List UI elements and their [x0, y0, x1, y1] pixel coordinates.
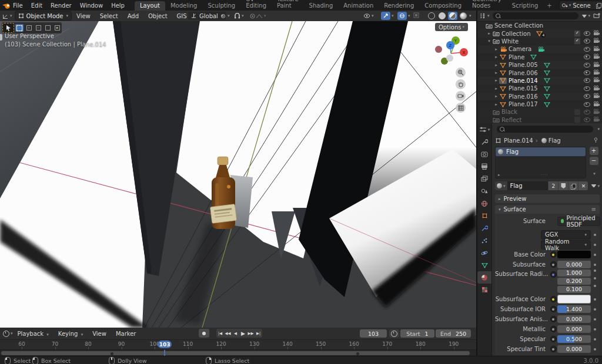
value-slider[interactable]: 0.000 [557, 315, 591, 323]
shading-rendered-toggle[interactable]: ▾ [457, 12, 471, 20]
timeline-editor-type-icon[interactable]: ▾ [3, 331, 13, 337]
xray-toggle[interactable] [413, 12, 420, 20]
exclude-checkbox[interactable] [574, 109, 581, 116]
add-slot-button[interactable]: + [590, 147, 598, 155]
disclosure-icon[interactable]: ▸ [493, 86, 499, 91]
disable-render-icon[interactable] [593, 101, 600, 108]
menu-window[interactable]: Window [76, 2, 107, 9]
disclosure-icon[interactable]: ▸ [493, 102, 499, 107]
jump-end-button[interactable]: ▶| [255, 329, 262, 338]
animate-decorator-icon[interactable] [594, 298, 596, 301]
properties-tab-world[interactable] [477, 197, 491, 210]
node-link-button[interactable]: Principled BSDF [557, 217, 600, 226]
disable-render-icon[interactable] [593, 38, 600, 45]
breadcrumb-object[interactable]: Plane.014 [504, 137, 533, 144]
outliner-row-plane[interactable]: ▸Plane [477, 53, 602, 61]
editor-type-icon[interactable] [2, 13, 9, 19]
vector-field[interactable]: 0.200 [557, 278, 591, 285]
tab-layout[interactable]: Layout [135, 1, 165, 11]
toolbar-region-handle[interactable] [0, 34, 2, 41]
tab-animation[interactable]: Animation [338, 1, 379, 11]
timeline-ruler[interactable]: 6070809010011012013014015016017018019010… [0, 340, 476, 350]
timeline-menu-marker[interactable]: Marker [111, 331, 141, 337]
disable-render-icon[interactable] [593, 46, 600, 53]
end-frame-field[interactable]: End250 [436, 329, 471, 338]
tab-rendering[interactable]: Rendering [379, 1, 419, 11]
value-slider[interactable]: 1.400 [557, 305, 591, 313]
viewport-menu-object[interactable]: Object [143, 13, 172, 19]
tab-modeling[interactable]: Modeling [165, 1, 203, 11]
timeline-menu-playback[interactable]: Playback ▾ [13, 331, 53, 337]
nodes-toggle-icon[interactable]: ▾ [591, 184, 600, 188]
outliner-row-plane-016[interactable]: ▸Plane.016 [477, 93, 602, 100]
hide-eye-icon[interactable] [584, 39, 590, 43]
viewport-menu-add[interactable]: Add [123, 13, 143, 19]
new-scene-icon[interactable] [596, 3, 601, 8]
animate-decorator-icon[interactable] [594, 254, 596, 256]
viewport-menu-select[interactable]: Select [95, 13, 123, 19]
disclosure-icon[interactable]: ▸ [493, 78, 499, 83]
properties-tab-texture[interactable] [477, 284, 491, 296]
value-slider[interactable]: 0.000 [557, 345, 591, 353]
properties-tab-scene[interactable] [477, 185, 491, 197]
disclosure-icon[interactable]: ▸ [493, 70, 499, 75]
outliner-row-plane-014[interactable]: ▸Plane.014 [477, 77, 602, 85]
material-name-field[interactable]: Flag [507, 181, 549, 190]
zoom-button[interactable] [456, 68, 466, 77]
play-button[interactable]: ▶ [239, 329, 247, 338]
tab-uv-editing[interactable]: UV Editing [240, 0, 272, 11]
disable-render-icon[interactable] [593, 85, 600, 92]
outliner-search-input[interactable] [493, 12, 579, 19]
outliner-row-plane-017[interactable]: ▸Plane.017 [477, 100, 602, 108]
material-slots-list[interactable]: Flag ▸ ···· [495, 147, 586, 178]
value-slider[interactable]: 0.000 [557, 325, 591, 333]
browse-material-dropdown[interactable]: ▾ [495, 181, 507, 190]
animate-decorator-icon[interactable] [594, 308, 596, 311]
breadcrumb-material[interactable]: Flag [549, 137, 561, 144]
remove-slot-button[interactable]: − [590, 157, 598, 165]
disable-render-icon[interactable] [593, 93, 600, 100]
tab-scripting[interactable]: Scripting [507, 1, 543, 11]
proportional-edit-icon[interactable]: ▾ [249, 13, 266, 19]
disable-render-icon[interactable] [593, 109, 600, 116]
orthographic-grid-button[interactable] [456, 103, 466, 113]
dropdown-random-walk[interactable]: Random Walk▾ [541, 240, 591, 250]
surface-panel-header[interactable]: ▾Surface≡ [495, 205, 600, 214]
properties-search-input[interactable] [497, 126, 593, 133]
prev-keyframe-button[interactable]: ◀◀ [224, 329, 232, 338]
add-workspace-button[interactable]: + [543, 1, 555, 11]
properties-tab-view-layer[interactable] [477, 173, 491, 185]
play-reverse-button[interactable]: ◀ [232, 329, 239, 338]
active-tool-button[interactable] [2, 23, 14, 33]
disable-render-icon[interactable] [593, 69, 600, 76]
select-mode-invert-button[interactable] [44, 24, 52, 32]
fake-user-button[interactable] [558, 181, 568, 190]
menu-render[interactable]: Render [46, 2, 76, 9]
exclude-checkbox[interactable]: ✓ [574, 38, 581, 45]
hide-eye-icon[interactable] [584, 102, 590, 107]
use-preview-range-button[interactable] [389, 329, 399, 338]
keyframe-dot[interactable] [356, 352, 359, 355]
hide-eye-icon[interactable] [584, 110, 590, 114]
hide-eye-icon[interactable] [584, 70, 590, 75]
animate-decorator-icon[interactable] [594, 244, 596, 246]
jump-start-button[interactable]: |◀ [216, 329, 224, 338]
snap-magnet-icon[interactable]: ▾ [234, 13, 244, 19]
current-frame-field[interactable]: 103 [360, 329, 387, 338]
tab-compositing[interactable]: Compositing [419, 1, 467, 11]
outliner-row-camera[interactable]: ▸Camera [477, 45, 602, 53]
slot-expand-icon[interactable]: ▸ [498, 173, 500, 177]
mode-dropdown[interactable]: Object Mode ▾ [15, 11, 72, 21]
keyframe-dot[interactable] [111, 352, 113, 355]
animate-decorator-icon[interactable] [594, 338, 596, 341]
disclosure-icon[interactable]: ▸ [486, 31, 492, 36]
color-swatch[interactable] [557, 251, 591, 258]
select-mode-set-button[interactable] [15, 24, 24, 32]
properties-tab-material[interactable] [477, 271, 491, 284]
new-material-button[interactable] [568, 181, 578, 190]
shading-material-toggle[interactable] [447, 12, 457, 20]
hide-eye-icon[interactable] [584, 47, 590, 52]
outliner-row-scene-collection[interactable]: Scene Collection [477, 22, 602, 29]
pivot-dropdown[interactable]: ▾ [220, 13, 230, 19]
next-keyframe-button[interactable]: ▶▶ [247, 329, 255, 338]
